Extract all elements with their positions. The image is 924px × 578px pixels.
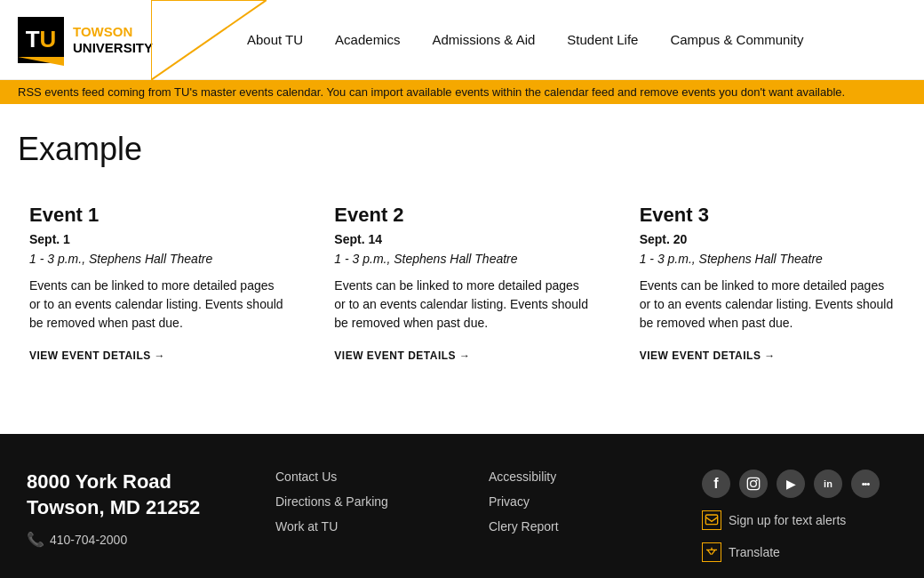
footer-link-list-1: Contact Us Directions & Parking Work at … — [275, 470, 471, 534]
nav-admissions-aid[interactable]: Admissions & Aid — [416, 0, 551, 80]
footer: 8000 York Road Towson, MD 21252 📞 410-70… — [0, 434, 924, 578]
footer-links-col2: Accessibility Privacy Clery Report — [489, 470, 684, 578]
event-card-3: Event 3 Sept. 20 1 - 3 p.m., Stephens Ha… — [628, 195, 906, 381]
translate-icon — [702, 542, 721, 562]
header: TU TOWSON UNIVERSITY About TU Academics … — [0, 0, 924, 80]
logo-text: TOWSON UNIVERSITY — [73, 24, 153, 56]
event-card-1: Event 1 Sept. 1 1 - 3 p.m., Stephens Hal… — [18, 195, 296, 381]
footer-address-line2: Towson, MD 21252 — [27, 495, 258, 521]
footer-link-work[interactable]: Work at TU — [275, 519, 471, 534]
event-3-date: Sept. 20 — [640, 232, 897, 246]
nav-student-life[interactable]: Student Life — [551, 0, 654, 80]
footer-link-directions[interactable]: Directions & Parking — [275, 494, 471, 509]
triangle-decoration — [151, 0, 267, 80]
event-1-location: 1 - 3 p.m., Stephens Hall Theatre — [29, 252, 287, 266]
phone-icon: 📞 — [27, 531, 44, 548]
main-content: Example Event 1 Sept. 1 1 - 3 p.m., Step… — [0, 104, 924, 434]
event-2-description: Events can be linked to more detailed pa… — [334, 277, 592, 333]
events-grid: Event 1 Sept. 1 1 - 3 p.m., Stephens Hal… — [18, 195, 906, 381]
footer-link-privacy[interactable]: Privacy — [489, 494, 684, 509]
event-2-title: Event 2 — [334, 204, 592, 227]
nav-academics[interactable]: Academics — [319, 0, 416, 80]
text-alerts-action[interactable]: Sign up for text alerts — [702, 510, 897, 530]
event-3-link[interactable]: VIEW EVENT DETAILS → — [640, 349, 776, 362]
translate-action[interactable]: Translate — [702, 542, 897, 562]
footer-link-accessibility[interactable]: Accessibility — [489, 470, 684, 484]
text-alerts-icon — [702, 510, 721, 530]
more-social-icon[interactable]: ••• — [851, 470, 880, 498]
footer-social-col: f ▶ in ••• Sign up for text alerts Trans… — [702, 470, 897, 578]
event-3-location: 1 - 3 p.m., Stephens Hall Theatre — [640, 252, 897, 266]
footer-phone[interactable]: 📞 410-704-2000 — [27, 531, 258, 548]
event-1-date: Sept. 1 — [29, 232, 287, 246]
social-icons-row: f ▶ in ••• — [702, 470, 897, 498]
page-title: Example — [18, 131, 906, 168]
svg-rect-4 — [705, 515, 717, 525]
svg-point-2 — [751, 481, 757, 487]
footer-grid: 8000 York Road Towson, MD 21252 📞 410-70… — [27, 470, 897, 578]
footer-address-line1: 8000 York Road — [27, 470, 258, 495]
event-3-description: Events can be linked to more detailed pa… — [640, 277, 897, 333]
event-1-title: Event 1 — [29, 204, 287, 227]
svg-marker-0 — [151, 0, 267, 80]
event-card-2: Event 2 Sept. 14 1 - 3 p.m., Stephens Ha… — [323, 195, 601, 381]
notice-bar: RSS events feed coming from TU's master … — [0, 80, 924, 104]
footer-link-clery[interactable]: Clery Report — [489, 519, 684, 534]
event-2-date: Sept. 14 — [334, 232, 592, 246]
event-1-description: Events can be linked to more detailed pa… — [29, 277, 287, 333]
main-nav: About TU Academics Admissions & Aid Stud… — [231, 0, 819, 80]
event-3-title: Event 3 — [640, 204, 897, 227]
facebook-icon[interactable]: f — [702, 470, 730, 498]
linkedin-icon[interactable]: in — [814, 470, 842, 498]
svg-point-3 — [756, 479, 758, 481]
youtube-icon[interactable]: ▶ — [777, 470, 805, 498]
footer-address-col: 8000 York Road Towson, MD 21252 📞 410-70… — [27, 470, 258, 578]
footer-links-col1: Contact Us Directions & Parking Work at … — [275, 470, 471, 578]
footer-address: 8000 York Road Towson, MD 21252 — [27, 470, 258, 520]
event-2-link[interactable]: VIEW EVENT DETAILS → — [334, 349, 470, 362]
event-1-link[interactable]: VIEW EVENT DETAILS → — [29, 349, 165, 362]
footer-link-list-2: Accessibility Privacy Clery Report — [489, 470, 684, 534]
logo-tu-icon: TU — [18, 17, 64, 63]
nav-campus-community[interactable]: Campus & Community — [654, 0, 819, 80]
footer-link-contact[interactable]: Contact Us — [275, 470, 471, 484]
event-2-location: 1 - 3 p.m., Stephens Hall Theatre — [334, 252, 592, 266]
svg-rect-1 — [747, 478, 759, 489]
instagram-icon[interactable] — [739, 470, 768, 498]
